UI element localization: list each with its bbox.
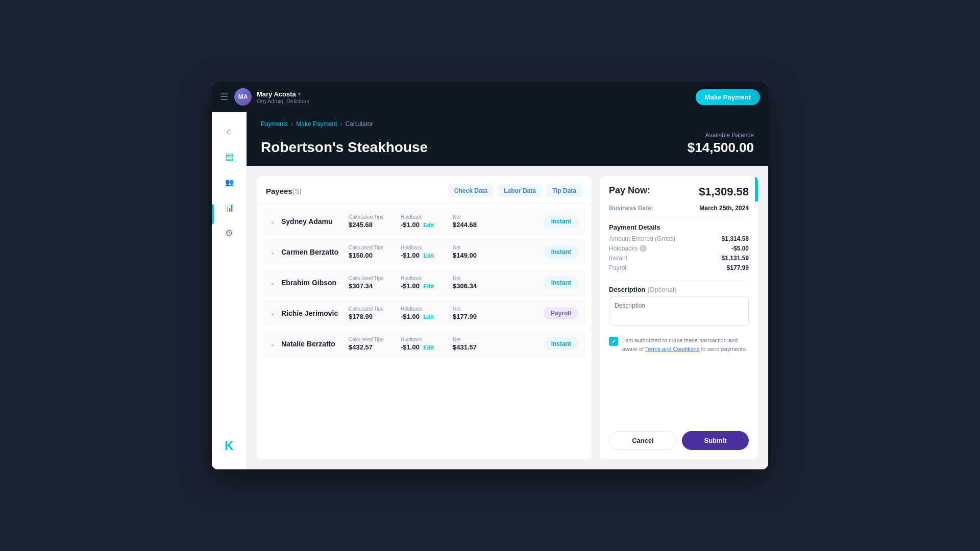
user-dropdown-arrow[interactable]: ▾ — [298, 91, 301, 97]
description-label: Description (Optional) — [609, 286, 749, 293]
payee-calculated-tips: Calculated Tips $150.00 — [349, 245, 395, 259]
payee-holdback: Holdback -$1.00 Edit — [401, 276, 447, 290]
business-date-label: Business Date: — [609, 205, 653, 212]
payee-net: Net $244.68 — [453, 214, 499, 229]
info-icon: i — [640, 245, 647, 252]
holdback-edit-link[interactable]: Edit — [423, 283, 434, 289]
payee-net: Net $177.99 — [453, 306, 499, 320]
header-row: Robertson's Steakhouse Available Balance… — [261, 132, 754, 156]
payee-holdback: Holdback -$1.00 Edit — [401, 245, 447, 259]
holdback-edit-link[interactable]: Edit — [423, 344, 434, 350]
payee-chevron[interactable]: ⌄ — [270, 310, 275, 317]
payee-calculated-tips: Calculated Tips $178.99 — [349, 306, 395, 320]
payee-row: ⌄ Ebrahim Gibson Calculated Tips $307.34… — [263, 269, 585, 296]
payee-row: ⌄ Sydney Adamu Calculated Tips $245.68 H… — [263, 208, 585, 235]
payees-title: Payees(5) — [266, 187, 302, 195]
payee-name: Sydney Adamu — [281, 217, 342, 226]
payee-chevron[interactable]: ⌄ — [270, 248, 275, 256]
payment-detail-row: Instant $1,131.59 — [609, 255, 749, 262]
page-header: Payments › Make Payment › Calculator Rob… — [247, 112, 768, 166]
sidebar-item-users[interactable]: 👥 — [218, 171, 240, 193]
terms-link[interactable]: Terms and Conditions — [645, 346, 699, 352]
payee-calculated-tips: Calculated Tips $432.57 — [349, 337, 395, 351]
payee-name: Natalie Berzatto — [281, 340, 342, 348]
business-date-value: March 25th, 2024 — [699, 205, 749, 212]
payee-row: ⌄ Natalie Berzatto Calculated Tips $432.… — [263, 331, 585, 357]
auth-row: ✓ I am authorized to make these transact… — [609, 336, 749, 353]
tip-data-button[interactable]: Tip Data — [546, 184, 582, 197]
page-title: Robertson's Steakhouse — [261, 139, 428, 156]
top-navigation: ☰ MA Mary Acosta ▾ Org Admin, Delicious … — [212, 82, 768, 112]
payment-type-badge: Instant — [544, 338, 578, 350]
home-icon: ⌂ — [227, 126, 232, 137]
users-icon: 👥 — [225, 178, 234, 186]
payee-chevron[interactable]: ⌄ — [270, 279, 275, 286]
description-section: Description (Optional) — [609, 280, 749, 328]
pay-now-row: Pay Now: $1,309.58 — [609, 185, 749, 198]
breadcrumb-sep-1: › — [291, 120, 293, 128]
sidebar-item-home[interactable]: ⌂ — [218, 120, 240, 142]
user-info: Mary Acosta ▾ Org Admin, Delicious — [257, 90, 309, 104]
pay-panel-accent — [755, 176, 758, 202]
payment-details-section: Payment Details Amount Entered (Gross) $… — [609, 218, 749, 274]
payees-count: (5) — [292, 187, 302, 195]
settings-icon: ⚙ — [225, 228, 233, 239]
holdback-edit-link[interactable]: Edit — [423, 253, 434, 259]
breadcrumb-calculator: Calculator — [345, 120, 373, 128]
payee-calculated-tips: Calculated Tips $245.68 — [349, 214, 395, 229]
user-role: Org Admin, Delicious — [257, 98, 309, 104]
payee-calculated-tips: Calculated Tips $307.34 — [349, 276, 395, 290]
sidebar-active-accent — [212, 204, 214, 224]
chart-icon: 📊 — [225, 204, 234, 212]
data-buttons: Check Data Labor Data Tip Data — [448, 184, 582, 197]
app-logo: K — [225, 439, 233, 461]
payee-name: Richie Jerimovic — [281, 309, 342, 317]
holdback-edit-link[interactable]: Edit — [423, 314, 434, 320]
cancel-button[interactable]: Cancel — [609, 431, 677, 450]
payment-detail-row: Payroll $177.99 — [609, 264, 749, 271]
payees-header: Payees(5) Check Data Labor Data Tip Data — [257, 176, 592, 204]
breadcrumb-payments[interactable]: Payments — [261, 120, 288, 128]
sidebar: ⌂ ▤ 👥 📊 ⚙ K — [212, 112, 247, 469]
content-area: Payments › Make Payment › Calculator Rob… — [247, 112, 768, 469]
payment-detail-row: Amount Entered (Gross) $1,314.58 — [609, 235, 749, 242]
payee-net: Net $306.34 — [453, 276, 499, 290]
holdback-edit-link[interactable]: Edit — [423, 222, 434, 228]
payees-panel: Payees(5) Check Data Labor Data Tip Data… — [257, 176, 592, 459]
breadcrumb: Payments › Make Payment › Calculator — [261, 120, 754, 128]
balance-amount: $14,500.00 — [688, 140, 754, 156]
sidebar-item-cards[interactable]: ▤ — [218, 146, 240, 167]
payee-net: Net $149.00 — [453, 245, 499, 259]
payment-detail-row: Holdbacksi -$5.00 — [609, 245, 749, 252]
payee-holdback: Holdback -$1.00 Edit — [401, 306, 447, 320]
breadcrumb-sep-2: › — [340, 120, 342, 128]
payee-chevron[interactable]: ⌄ — [270, 218, 275, 225]
labor-data-button[interactable]: Labor Data — [498, 184, 542, 197]
payee-net: Net $431.57 — [453, 337, 499, 351]
check-data-button[interactable]: Check Data — [448, 184, 494, 197]
make-payment-button[interactable]: Make Payment — [696, 89, 760, 105]
auth-checkbox[interactable]: ✓ — [609, 337, 618, 346]
pay-now-label: Pay Now: — [609, 185, 650, 196]
sidebar-item-settings[interactable]: ⚙ — [218, 222, 240, 244]
sidebar-item-charts[interactable]: 📊 — [218, 197, 240, 218]
auth-text: I am authorized to make these transactio… — [622, 336, 749, 353]
description-input[interactable] — [609, 296, 749, 326]
balance-section: Available Balance $14,500.00 — [688, 132, 754, 156]
submit-button[interactable]: Submit — [682, 431, 749, 450]
payee-row: ⌄ Richie Jerimovic Calculated Tips $178.… — [263, 300, 585, 327]
payment-type-badge: Instant — [544, 246, 578, 258]
user-name: Mary Acosta ▾ — [257, 90, 309, 98]
payees-list: ⌄ Sydney Adamu Calculated Tips $245.68 H… — [257, 204, 592, 459]
main-layout: ⌂ ▤ 👥 📊 ⚙ K Payments — [212, 112, 768, 469]
hamburger-button[interactable]: ☰ — [220, 91, 228, 103]
balance-label: Available Balance — [688, 132, 754, 139]
payee-name: Carmen Berzatto — [281, 248, 342, 256]
cards-icon: ▤ — [225, 151, 234, 162]
payment-details-title: Payment Details — [609, 223, 749, 231]
avatar: MA — [234, 88, 252, 106]
detail-rows: Amount Entered (Gross) $1,314.58 Holdbac… — [609, 235, 749, 271]
payee-name: Ebrahim Gibson — [281, 279, 342, 287]
payee-chevron[interactable]: ⌄ — [270, 340, 275, 347]
breadcrumb-make-payment[interactable]: Make Payment — [296, 120, 337, 128]
